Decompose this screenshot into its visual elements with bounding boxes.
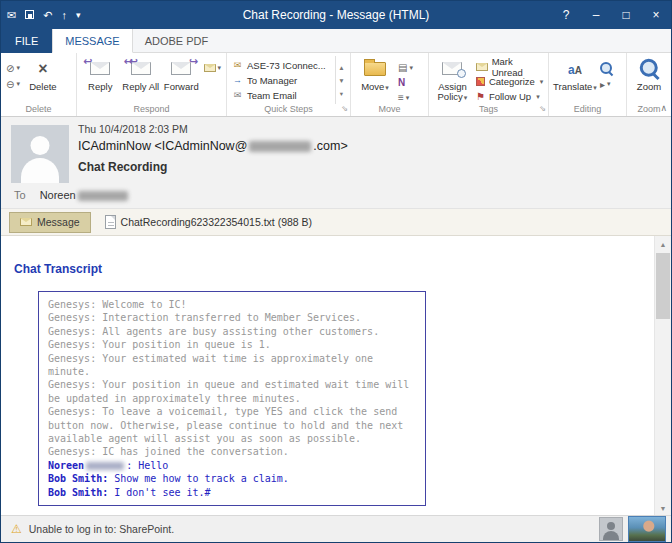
gallery-down-button[interactable]: ▼ [336, 74, 347, 87]
categorize-button[interactable]: Categorize▾ [476, 75, 545, 88]
group-label-zoom: Zoom [637, 104, 660, 114]
previous-item-icon[interactable]: ↑ [61, 10, 67, 21]
chat-line: Bob Smith: Show me how to track a claim. [48, 472, 416, 485]
chat-line: Genesys: Your position in queue and esti… [48, 378, 416, 405]
people-pane-thumbnails [599, 516, 666, 542]
reply-button[interactable]: ↩ Reply [80, 56, 121, 104]
txt-file-icon [105, 215, 116, 229]
quick-step-item[interactable]: ✉ Team Email [230, 88, 332, 102]
ribbon: ⊘▾ ⊖▾ × Delete Delete ↩ Reply [1, 53, 671, 117]
move-folder-icon [364, 62, 386, 76]
translate-button[interactable]: aA Translate▾ [552, 56, 598, 104]
collapse-ribbon-button[interactable]: ∧ [660, 103, 667, 113]
ribbon-group-editing: aA Translate▾ ▸▾ Editing [549, 53, 627, 116]
ribbon-tab-row: FILE MESSAGE ADOBE PDF [1, 29, 671, 53]
redacted-domain [249, 141, 311, 152]
undo-icon[interactable]: ↶ [43, 10, 52, 21]
ignore-button[interactable]: ⊘▾ [4, 61, 22, 75]
assign-policy-icon [442, 62, 462, 75]
select-button[interactable]: ▸▾ [598, 77, 615, 91]
recipient-name[interactable]: Noreen [40, 189, 130, 201]
quick-step-item[interactable]: ✉ ASE-73 IConnec... [230, 58, 332, 72]
ignore-icon: ⊘ [6, 63, 14, 74]
mark-unread-button[interactable]: Mark Unread [476, 60, 545, 73]
scroll-up-button[interactable]: ▲ [655, 236, 671, 253]
message-body: Chat Transcript Genesys: Welcome to IC! … [1, 236, 671, 517]
chat-line: Genesys: Interaction transferred to Memb… [48, 311, 416, 324]
save-icon[interactable] [25, 10, 34, 21]
gallery-up-button[interactable]: ▲ [336, 61, 347, 74]
follow-up-flag-icon: ⚑ [476, 91, 485, 102]
contact-photo[interactable] [628, 516, 666, 542]
message-date: Thu 10/4/2018 2:03 PM [78, 123, 188, 135]
group-label-tags: Tags [479, 104, 498, 114]
quick-step-icon: → [232, 75, 243, 85]
maximize-button[interactable]: □ [611, 1, 641, 29]
chat-transcript-box: Genesys: Welcome to IC! Genesys: Interac… [38, 291, 426, 506]
more-respond-button[interactable]: ▾ [202, 61, 224, 75]
chat-line: Genesys: Your position in queue is 1. [48, 338, 416, 351]
move-button[interactable]: Move▾ [354, 56, 396, 104]
status-message: Unable to log in to: SharePoint. [29, 523, 174, 535]
message-icon [20, 218, 32, 226]
chat-line: Genesys: Welcome to IC! [48, 298, 416, 311]
dialog-launcher-icon[interactable]: ⇘ [539, 102, 546, 115]
ribbon-group-delete: ⊘▾ ⊖▾ × Delete Delete [1, 53, 77, 116]
qat-customize-icon[interactable]: ▾ [76, 11, 81, 20]
reply-icon: ↩ [90, 62, 110, 75]
group-label-delete: Delete [25, 104, 51, 114]
forward-icon: ↪ [171, 62, 191, 75]
reply-all-button[interactable]: ↩↩ Reply All [121, 56, 162, 104]
chat-line: Genesys: To leave a voicemail, type YES … [48, 405, 416, 445]
chat-line: Bob Smith: I don't see it.# [48, 486, 416, 499]
ribbon-group-tags: AssignPolicy▾ Mark Unread Categorize▾ ⚑F… [429, 53, 549, 116]
junk-button[interactable]: ⊖▾ [4, 77, 22, 91]
reply-all-icon: ↩↩ [131, 62, 151, 75]
message-tab-button[interactable]: Message [9, 212, 91, 233]
quick-step-icon: ✉ [232, 90, 243, 100]
chat-line: Genesys: IC has joined the conversation. [48, 445, 416, 458]
redacted-name [86, 462, 124, 470]
app-icon: ✉ [7, 10, 16, 21]
quick-step-icon: ✉ [232, 60, 243, 70]
find-button[interactable] [598, 61, 615, 75]
redacted-recipient [78, 191, 128, 201]
sender-address[interactable]: ICAdminNow <ICAdminNow@.com> [78, 139, 348, 153]
rules-icon: ▤ [398, 62, 407, 73]
find-icon [600, 62, 613, 75]
gallery-more-button[interactable]: ▾ [336, 87, 347, 100]
minimize-button[interactable]: – [581, 1, 611, 29]
tab-message[interactable]: MESSAGE [52, 29, 132, 53]
contact-photo-placeholder[interactable] [599, 517, 623, 541]
rules-button[interactable]: ▤▾ [396, 61, 415, 74]
onenote-icon: N [398, 77, 405, 88]
assign-policy-button[interactable]: AssignPolicy▾ [432, 56, 473, 104]
scrollbar-thumb[interactable] [656, 253, 670, 319]
dialog-launcher-icon[interactable]: ⇘ [341, 102, 348, 115]
ribbon-group-respond: ↩ Reply ↩↩ Reply All ↪ Forward ▾ Respond [77, 53, 227, 116]
vertical-scrollbar[interactable]: ▲ ▼ [654, 236, 671, 517]
chat-line: Noreen: Hello [48, 459, 416, 472]
titlebar: ✉ ↶ ↑ ▾ Chat Recording - Message (HTML) … [1, 1, 671, 29]
warning-icon: ⚠ [11, 522, 22, 536]
zoom-button[interactable]: Zoom [630, 56, 668, 104]
more-respond-icon [204, 64, 216, 72]
chat-line: Genesys: All agents are busy assisting o… [48, 325, 416, 338]
follow-up-button[interactable]: ⚑Follow Up▾ [476, 90, 545, 103]
chat-transcript-heading: Chat Transcript [14, 262, 102, 276]
attachment-item[interactable]: ChatRecording623322354015.txt (988 B) [99, 213, 318, 231]
delete-button[interactable]: × Delete [22, 56, 64, 104]
outlook-message-window: ✉ ↶ ↑ ▾ Chat Recording - Message (HTML) … [0, 0, 672, 543]
chat-line: Genesys: Your estimated wait time is app… [48, 352, 416, 379]
status-bar: ⚠ Unable to log in to: SharePoint. [1, 515, 671, 542]
tab-adobe-pdf[interactable]: ADOBE PDF [133, 29, 221, 53]
close-button[interactable]: × [641, 1, 671, 29]
onenote-button[interactable]: N [396, 76, 415, 89]
group-label-move: Move [378, 104, 400, 114]
quick-step-item[interactable]: → To Manager [230, 73, 332, 87]
tab-file[interactable]: FILE [1, 29, 52, 53]
select-icon: ▸ [600, 79, 605, 90]
group-label-quick-steps: Quick Steps [264, 104, 313, 114]
forward-button[interactable]: ↪ Forward [161, 56, 202, 104]
help-button[interactable]: ? [551, 1, 581, 29]
